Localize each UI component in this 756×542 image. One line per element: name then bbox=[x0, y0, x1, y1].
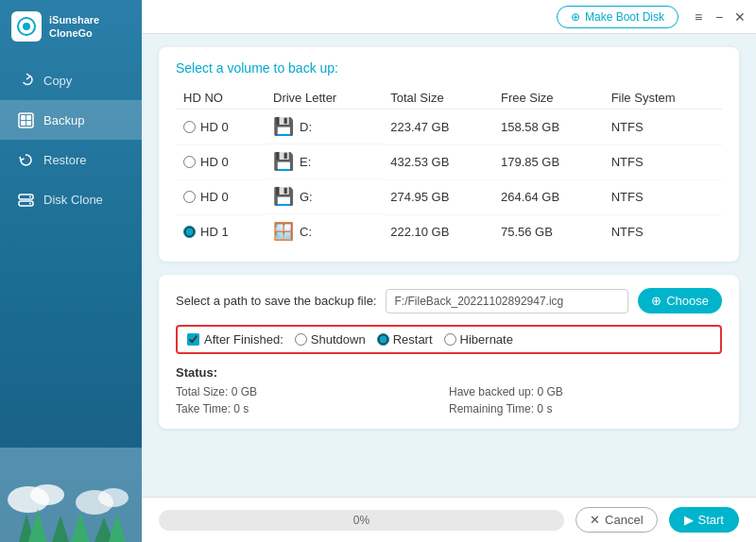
svg-rect-2 bbox=[19, 113, 33, 127]
total-size-cell: 223.47 GB bbox=[383, 110, 493, 145]
choose-button[interactable]: ⊕ Choose bbox=[638, 288, 722, 313]
table-row[interactable]: HD 0💾E:432.53 GB179.85 GBNTFS bbox=[176, 144, 722, 179]
close-button[interactable]: ✕ bbox=[733, 10, 747, 24]
hd-radio[interactable] bbox=[183, 156, 196, 168]
hd-no-cell: HD 0 bbox=[176, 144, 266, 179]
status-section: Status: Total Size: 0 GB Have backed up:… bbox=[176, 365, 722, 415]
col-total-size: Total Size bbox=[383, 87, 493, 110]
cancel-button[interactable]: ✕ Cancel bbox=[576, 507, 657, 533]
status-title: Status: bbox=[176, 365, 722, 380]
after-finished-checkbox[interactable] bbox=[187, 333, 199, 346]
main-area: ⊕ Make Boot Disk ≡ − ✕ Select a volume t… bbox=[142, 0, 756, 542]
cancel-label: Cancel bbox=[605, 513, 643, 527]
backup-options-card: Select a path to save the backup file: ⊕… bbox=[159, 275, 739, 429]
file-system-cell: NTFS bbox=[604, 179, 722, 214]
volume-card-title: Select a volume to back up: bbox=[176, 60, 722, 76]
hd-radio-label[interactable]: HD 1 bbox=[183, 225, 258, 239]
restart-label: Restart bbox=[393, 332, 433, 347]
choose-label: Choose bbox=[666, 294, 709, 308]
sidebar-item-disk-clone[interactable]: Disk Clone bbox=[0, 179, 142, 219]
total-size-cell: 274.95 GB bbox=[383, 179, 493, 214]
table-row[interactable]: HD 0💾D:223.47 GB158.58 GBNTFS bbox=[176, 110, 722, 145]
col-free-size: Free Size bbox=[493, 87, 604, 110]
backup-icon bbox=[17, 111, 34, 128]
total-size-cell: 222.10 GB bbox=[383, 214, 493, 248]
restore-label: Restore bbox=[43, 153, 87, 167]
svg-point-1 bbox=[23, 23, 30, 30]
hd-radio-label[interactable]: HD 0 bbox=[183, 120, 258, 134]
progress-bar: 0% bbox=[159, 510, 564, 531]
svg-point-15 bbox=[98, 488, 129, 507]
remaining-time-status: Remaining Time: 0 s bbox=[449, 402, 722, 415]
copy-label: Copy bbox=[43, 74, 72, 88]
shutdown-label: Shutdown bbox=[311, 332, 366, 347]
table-row[interactable]: HD 0💾G:274.95 GB264.64 GBNTFS bbox=[176, 179, 722, 214]
menu-button[interactable]: ≡ bbox=[692, 10, 705, 24]
hd-radio[interactable] bbox=[183, 121, 196, 133]
svg-point-9 bbox=[29, 195, 31, 197]
progress-text: 0% bbox=[353, 514, 369, 527]
hd-radio[interactable] bbox=[183, 226, 196, 238]
svg-rect-5 bbox=[21, 121, 26, 126]
start-button[interactable]: ▶ Start bbox=[669, 507, 739, 533]
drive-letter-cell: 💾G: bbox=[266, 179, 383, 214]
plus-icon: ⊕ bbox=[651, 294, 662, 308]
copy-icon bbox=[17, 72, 34, 89]
app-name: iSunshare CloneGo bbox=[49, 13, 99, 41]
drive-letter-cell: 💾E: bbox=[266, 144, 383, 179]
start-icon: ▶ bbox=[684, 513, 694, 527]
free-size-cell: 75.56 GB bbox=[493, 214, 604, 248]
cancel-icon: ✕ bbox=[590, 513, 600, 527]
drive-letter-cell: 💾D: bbox=[266, 110, 383, 144]
restore-icon bbox=[17, 151, 34, 168]
svg-point-10 bbox=[29, 202, 31, 204]
hd-no-cell: HD 0 bbox=[176, 179, 266, 214]
disk-clone-icon bbox=[17, 191, 34, 208]
free-size-cell: 264.64 GB bbox=[493, 179, 604, 214]
drive-letter-cell: 🪟C: bbox=[266, 214, 383, 248]
sidebar-item-restore[interactable]: Restore bbox=[0, 140, 142, 179]
free-size-cell: 179.85 GB bbox=[493, 144, 604, 179]
svg-rect-6 bbox=[26, 121, 31, 126]
sidebar-item-copy[interactable]: Copy bbox=[0, 60, 142, 100]
hd-radio-label[interactable]: HD 0 bbox=[183, 190, 258, 204]
path-input[interactable] bbox=[386, 289, 628, 313]
shutdown-option[interactable]: Shutdown bbox=[295, 332, 366, 347]
free-size-cell: 158.58 GB bbox=[493, 110, 604, 145]
col-drive-letter: Drive Letter bbox=[266, 87, 383, 110]
col-hd-no: HD NO bbox=[176, 87, 266, 110]
minimize-button[interactable]: − bbox=[713, 10, 726, 24]
restart-radio[interactable] bbox=[377, 333, 389, 346]
drive-icon: 💾 bbox=[273, 116, 294, 137]
hd-radio[interactable] bbox=[183, 191, 196, 203]
have-backed-status: Have backed up: 0 GB bbox=[449, 385, 722, 398]
col-file-system: File System bbox=[604, 87, 722, 110]
status-grid: Total Size: 0 GB Have backed up: 0 GB Ta… bbox=[176, 385, 722, 415]
after-finished-row: After Finished: Shutdown Restart Hiberna… bbox=[176, 325, 722, 354]
hibernate-option[interactable]: Hibernate bbox=[444, 332, 513, 347]
hibernate-radio[interactable] bbox=[444, 333, 456, 346]
sidebar-cloud bbox=[0, 219, 142, 542]
drive-icon: 🪟 bbox=[273, 221, 294, 242]
table-row[interactable]: HD 1🪟C:222.10 GB75.56 GBNTFS bbox=[176, 214, 722, 248]
plus-circle-icon: ⊕ bbox=[571, 10, 580, 24]
restart-option[interactable]: Restart bbox=[377, 332, 433, 347]
path-row: Select a path to save the backup file: ⊕… bbox=[176, 288, 722, 313]
svg-point-13 bbox=[30, 484, 64, 505]
hd-no-cell: HD 1 bbox=[176, 214, 266, 248]
after-finished-text: After Finished: bbox=[204, 332, 284, 347]
shutdown-radio[interactable] bbox=[295, 333, 307, 346]
sidebar-item-backup[interactable]: Backup bbox=[0, 100, 142, 140]
after-finished-label[interactable]: After Finished: bbox=[187, 332, 284, 347]
hd-radio-label[interactable]: HD 0 bbox=[183, 155, 258, 169]
volume-card: Select a volume to back up: HD NO Drive … bbox=[159, 47, 739, 262]
take-time-status: Take Time: 0 s bbox=[176, 402, 449, 415]
total-size-cell: 432.53 GB bbox=[383, 144, 493, 179]
total-size-status: Total Size: 0 GB bbox=[176, 385, 449, 398]
make-boot-disk-button[interactable]: ⊕ Make Boot Disk bbox=[557, 6, 679, 28]
backup-label: Backup bbox=[43, 113, 84, 127]
file-system-cell: NTFS bbox=[604, 110, 722, 145]
logo-icon bbox=[11, 11, 42, 42]
svg-rect-3 bbox=[21, 115, 26, 120]
path-label: Select a path to save the backup file: bbox=[176, 294, 376, 308]
